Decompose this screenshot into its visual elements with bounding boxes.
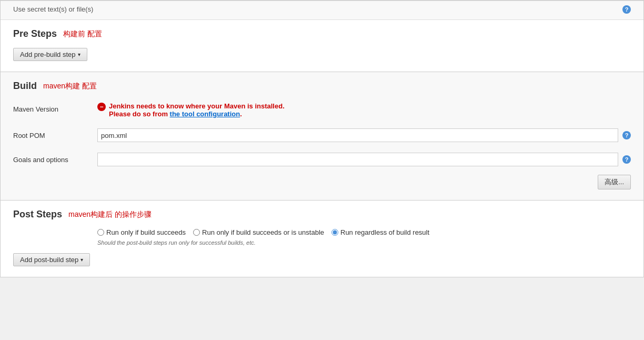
dropdown-arrow-icon: ▾ [78, 52, 80, 57]
top-section: Use secret text(s) or file(s) ? [1, 1, 643, 19]
root-pom-input[interactable] [97, 128, 618, 142]
radio-option-regardless[interactable]: Run regardless of build result [331, 228, 429, 236]
advanced-button[interactable]: 高级... [598, 175, 631, 189]
maven-version-row: Maven Version − Jenkins needs to know wh… [13, 100, 631, 120]
post-dropdown-arrow-icon: ▾ [80, 257, 83, 263]
top-hint-text: Use secret text(s) or file(s) [13, 5, 93, 13]
advanced-btn-wrap: 高级... [13, 175, 631, 189]
post-steps-header: Post Steps maven构建后 的操作步骤 [13, 209, 631, 220]
pre-steps-header: Pre Steps 构建前 配置 [13, 28, 631, 39]
add-post-build-step-button[interactable]: Add post-build step ▾ [13, 253, 90, 266]
root-pom-label: Root POM [13, 128, 97, 139]
radio-unstable-label: Run only if build succeeds or is unstabl… [202, 228, 324, 236]
build-subtitle: maven构建 配置 [43, 82, 97, 91]
build-header: Build maven构建 配置 [13, 81, 631, 92]
help-icon-goals[interactable]: ? [622, 155, 631, 164]
maven-error-text: Jenkins needs to know where your Maven i… [109, 102, 285, 118]
root-pom-row: Root POM ? [13, 126, 631, 144]
root-pom-control-wrap: ? [97, 128, 631, 142]
radio-unstable[interactable] [193, 229, 200, 236]
maven-error-message: − Jenkins needs to know where your Maven… [97, 102, 285, 118]
radio-option-unstable[interactable]: Run only if build succeeds or is unstabl… [193, 228, 324, 236]
post-steps-title: Post Steps [13, 209, 62, 220]
post-steps-hint: Should the post-build steps run only for… [97, 239, 631, 246]
add-pre-build-step-button[interactable]: Add pre-build step ▾ [13, 48, 87, 61]
radio-succeeds[interactable] [97, 229, 104, 236]
pre-steps-title: Pre Steps [13, 28, 57, 39]
radio-option-succeeds[interactable]: Run only if build succeeds [97, 228, 186, 236]
maven-version-label: Maven Version [13, 102, 97, 113]
tool-configuration-link[interactable]: the tool configuration [170, 110, 240, 118]
pre-steps-subtitle: 构建前 配置 [63, 29, 102, 39]
error-icon: − [97, 103, 106, 111]
maven-version-error-wrap: − Jenkins needs to know where your Maven… [97, 102, 631, 118]
help-icon-top[interactable]: ? [622, 5, 631, 14]
goals-control-wrap: ? [97, 153, 631, 166]
radio-regardless[interactable] [331, 229, 338, 236]
radio-succeeds-label: Run only if build succeeds [106, 228, 186, 236]
post-steps-subtitle: maven构建后 的操作步骤 [68, 210, 152, 219]
build-section: Build maven构建 配置 Maven Version − Jenkins… [1, 72, 643, 200]
goals-input[interactable] [97, 153, 618, 166]
post-steps-section: Post Steps maven构建后 的操作步骤 Run only if bu… [1, 200, 643, 277]
build-title: Build [13, 81, 37, 92]
help-icon-root-pom[interactable]: ? [622, 131, 631, 139]
goals-row: Goals and options ? [13, 151, 631, 168]
add-post-build-wrap: Add post-build step ▾ [13, 253, 631, 266]
post-steps-radio-group: Run only if build succeeds Run only if b… [97, 228, 631, 236]
pre-steps-section: Pre Steps 构建前 配置 Add pre-build step ▾ [1, 19, 643, 72]
goals-label: Goals and options [13, 153, 97, 164]
radio-regardless-label: Run regardless of build result [340, 228, 429, 236]
